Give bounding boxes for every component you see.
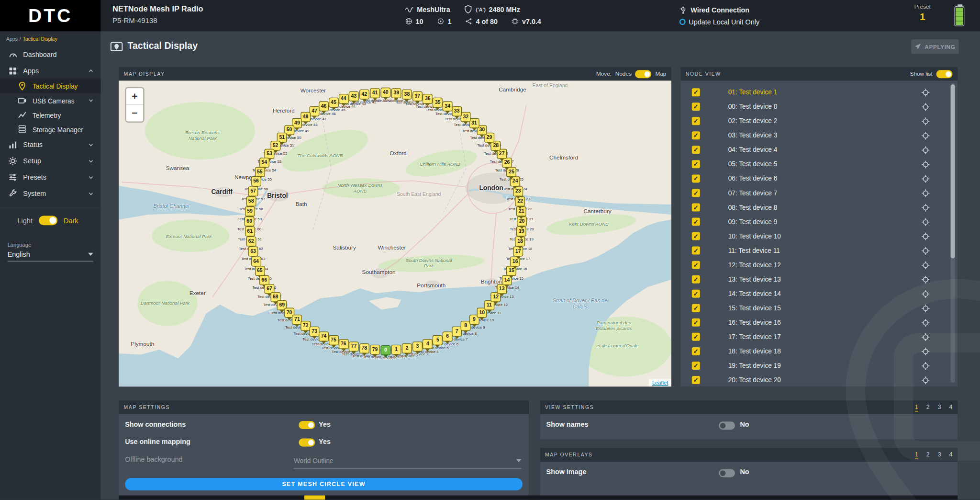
map-node-marker[interactable]: 33 [452,106,462,116]
theme-dark-label[interactable]: Dark [64,217,78,225]
locate-icon[interactable] [921,88,930,97]
map-node-marker[interactable]: 42 [359,89,369,99]
node-visibility-checkbox[interactable]: ✓ [692,131,700,139]
locate-icon[interactable] [921,218,930,227]
scrollbar-thumb[interactable] [951,84,955,258]
page-4-button[interactable]: 4 [949,451,953,459]
map-node-marker[interactable]: 36 [423,94,433,104]
use-online-mapping-toggle[interactable] [299,439,315,447]
sidebar-item-storage-manager[interactable]: Storage Manager [0,122,100,136]
set-mesh-circle-view-button[interactable]: SET MESH CIRCLE VIEW [125,478,523,490]
page-3-button[interactable]: 3 [938,403,941,411]
map-node-marker[interactable]: 4 [423,339,433,349]
sidebar-item-apps[interactable]: Apps [0,63,100,79]
node-visibility-checkbox[interactable]: ✓ [692,304,700,312]
page-2-button[interactable]: 2 [926,403,930,411]
node-list-row[interactable]: ✓04: Test device 4 [680,143,948,158]
locate-icon[interactable] [921,189,930,197]
locate-icon[interactable] [921,376,930,385]
map-node-marker[interactable]: 34 [443,102,453,112]
map-node-marker[interactable]: 56 [251,177,261,187]
map-node-marker[interactable]: 38 [402,89,412,99]
node-list-row[interactable]: ✓11: Test device 11 [680,244,948,258]
map-node-marker[interactable]: 77 [349,342,359,352]
node-list-scrollbar[interactable] [951,83,955,383]
node-list-row[interactable]: ✓19: Test device 19 [680,359,948,374]
node-visibility-checkbox[interactable]: ✓ [692,88,700,96]
node-visibility-checkbox[interactable]: ✓ [692,174,700,182]
node-visibility-checkbox[interactable]: ✓ [692,275,700,284]
node-list-row[interactable]: ✓18: Test device 18 [680,345,948,359]
language-select[interactable]: English [8,250,93,261]
sidebar-item-telemetry[interactable]: Telemetry [0,108,100,122]
locate-icon[interactable] [921,290,930,298]
node-list-row[interactable]: ✓20: Test device 20 [680,374,948,386]
locate-icon[interactable] [921,318,930,327]
node-visibility-checkbox[interactable]: ✓ [692,102,700,111]
move-mode-toggle[interactable] [635,70,652,78]
node-list-row[interactable]: ✓07: Test device 7 [680,186,948,201]
theme-toggle[interactable] [39,216,57,226]
node-list-row[interactable]: ✓01: Test device 1 [680,86,948,100]
theme-light-label[interactable]: Light [18,217,33,225]
sidebar-item-tactical-display[interactable]: Tactical Display [0,79,100,93]
node-visibility-checkbox[interactable]: ✓ [692,203,700,211]
map-node-marker[interactable]: 5 [433,335,443,345]
map-node-marker[interactable]: 61 [245,227,255,237]
locate-icon[interactable] [921,261,930,270]
page-3-button[interactable]: 3 [938,451,941,459]
show-list-toggle[interactable] [936,70,953,78]
page-1-button[interactable]: 1 [915,403,918,411]
node-list-row[interactable]: ✓15: Test device 15 [680,302,948,316]
map-node-marker[interactable]: 32 [461,112,471,122]
map-node-marker[interactable]: 46 [319,102,329,112]
node-list-row[interactable]: ✓06: Test device 6 [680,172,948,186]
node-visibility-checkbox[interactable]: ✓ [692,362,700,370]
map-node-marker[interactable]: 3 [412,342,423,352]
sidebar-item-usb-cameras[interactable]: USB Cameras [0,93,100,108]
map-node-marker[interactable]: 76 [338,339,348,349]
node-visibility-checkbox[interactable]: ✓ [692,232,700,240]
sidebar-item-setup[interactable]: Setup [0,153,100,169]
node-visibility-checkbox[interactable]: ✓ [692,261,700,269]
page-1-button[interactable]: 1 [915,451,918,459]
locate-icon[interactable] [921,333,930,341]
map-node-marker[interactable]: 0 [380,345,390,355]
node-list-row[interactable]: ✓09: Test device 9 [680,215,948,229]
node-list-row[interactable]: ✓00: Test device 0 [680,100,948,114]
map-node-marker[interactable]: 2 [402,344,412,354]
update-scope-radio[interactable] [679,19,686,25]
page-2-button[interactable]: 2 [926,451,930,459]
page-4-button[interactable]: 4 [949,403,953,411]
zoom-in-button[interactable]: + [126,88,143,105]
show-names-toggle[interactable] [719,421,735,430]
map-node-marker[interactable]: 62 [246,237,256,247]
locate-icon[interactable] [921,362,930,370]
node-visibility-checkbox[interactable]: ✓ [692,347,700,355]
map-node-marker[interactable]: 44 [338,94,348,104]
map-node-marker[interactable]: 63 [248,247,258,257]
map-node-marker[interactable]: 78 [359,344,369,354]
map-node-marker[interactable]: 74 [319,331,329,341]
node-list-row[interactable]: ✓02: Test device 2 [680,114,948,129]
map-node-marker[interactable]: 43 [349,91,359,101]
sidebar-item-status[interactable]: Status [0,136,100,153]
locate-icon[interactable] [921,131,930,140]
locate-icon[interactable] [921,275,930,284]
leaflet-attribution[interactable]: Leaflet [649,379,671,387]
node-list-row[interactable]: ✓10: Test device 10 [680,229,948,244]
node-list-row[interactable]: ✓08: Test device 8 [680,201,948,215]
locate-icon[interactable] [921,247,930,255]
map-node-marker[interactable]: 47 [310,106,320,116]
sidebar-item-presets[interactable]: Presets [0,169,100,185]
map-node-marker[interactable]: 75 [328,335,338,345]
show-connections-toggle[interactable] [299,421,315,429]
locate-icon[interactable] [921,347,930,356]
map-node-marker[interactable]: 55 [255,167,265,177]
node-visibility-checkbox[interactable]: ✓ [692,218,700,226]
show-image-toggle[interactable] [719,469,735,477]
node-list-row[interactable]: ✓17: Test device 17 [680,330,948,345]
sidebar-item-dashboard[interactable]: Dashboard [0,46,100,63]
node-visibility-checkbox[interactable]: ✓ [692,117,700,125]
map-node-marker[interactable]: 54 [259,158,269,168]
